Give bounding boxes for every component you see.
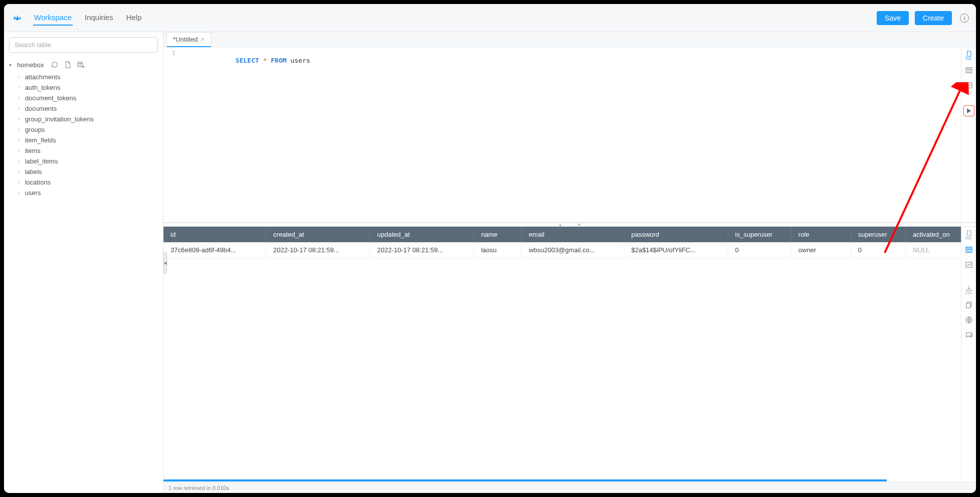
cell[interactable]: 37c6e809-ad6f-49b4... xyxy=(164,242,266,258)
caret-right-icon: › xyxy=(18,158,23,164)
caret-right-icon: › xyxy=(18,95,23,101)
column-header[interactable]: is_superuser xyxy=(728,227,791,242)
new-query-icon[interactable] xyxy=(64,61,72,69)
editor-tab[interactable]: *Untitled × xyxy=(167,32,211,47)
cell[interactable]: 0 xyxy=(851,242,905,258)
cell[interactable]: wbsu2003@gmail.co... xyxy=(522,242,624,258)
table-item[interactable]: › labels xyxy=(14,167,158,177)
table-row[interactable]: 37c6e809-ad6f-49b4...2022-10-17 08:21:59… xyxy=(164,242,976,258)
cell[interactable]: 0 xyxy=(728,242,791,258)
column-header[interactable]: id xyxy=(164,227,266,242)
info-icon[interactable]: i xyxy=(960,14,969,23)
app-logo xyxy=(11,12,23,24)
table-name: auth_tokens xyxy=(25,84,61,91)
run-query-button[interactable] xyxy=(963,105,974,116)
cell[interactable]: 2022-10-17 08:21:59... xyxy=(266,242,370,258)
table-view-icon[interactable] xyxy=(964,65,974,75)
column-header[interactable]: created_at xyxy=(266,227,370,242)
column-header[interactable]: password xyxy=(624,227,728,242)
caret-right-icon: › xyxy=(18,116,23,122)
sidebar: ▾ homebox › attachments› auth_tokens› do… xyxy=(4,32,164,493)
grid-result-icon[interactable] xyxy=(964,245,974,255)
new-table-icon[interactable] xyxy=(77,61,85,69)
table-item[interactable]: › documents xyxy=(14,103,158,114)
save-button[interactable]: Save xyxy=(877,11,909,25)
create-button[interactable]: Create xyxy=(915,11,952,25)
results-table: idcreated_atupdated_atnameemailpasswordi… xyxy=(164,227,976,258)
table-name: items xyxy=(25,147,41,154)
results-rail: SQL CSV xyxy=(961,227,976,482)
export-sql-icon[interactable]: SQL xyxy=(964,230,974,240)
table-item[interactable]: › label_items xyxy=(14,156,158,167)
comment-icon[interactable] xyxy=(964,330,974,340)
table-list: › attachments› auth_tokens› document_tok… xyxy=(14,72,158,198)
sql-view-icon[interactable]: SQL xyxy=(964,50,974,60)
table-name: item_fields xyxy=(25,136,56,144)
svg-rect-1 xyxy=(966,68,972,73)
table-name: attachments xyxy=(25,73,61,81)
cell[interactable]: owner xyxy=(791,242,851,258)
table-name: documents xyxy=(25,105,57,112)
caret-right-icon: › xyxy=(18,180,23,185)
table-name: document_tokens xyxy=(25,94,77,102)
caret-right-icon: › xyxy=(18,85,23,90)
tab-title: *Untitled xyxy=(173,36,198,43)
column-header[interactable]: superuser xyxy=(851,227,905,242)
table-name: group_invitation_tokens xyxy=(25,115,94,123)
table-item[interactable]: › auth_tokens xyxy=(14,82,158,93)
table-item[interactable]: › items xyxy=(14,145,158,156)
main-nav: Workspace Inquiries Help xyxy=(33,10,142,26)
share-icon[interactable] xyxy=(964,315,974,325)
cell[interactable]: $2a$14$iPU/ofYliFC... xyxy=(624,242,728,258)
caret-right-icon: › xyxy=(18,169,23,175)
nav-help[interactable]: Help xyxy=(125,10,142,26)
editor-rail: SQL xyxy=(961,47,976,223)
database-node[interactable]: ▾ homebox xyxy=(9,60,158,70)
table-name: groups xyxy=(25,126,45,133)
caret-down-icon: ▾ xyxy=(9,62,14,68)
database-name: homebox xyxy=(17,61,44,69)
table-name: users xyxy=(25,189,41,197)
search-input[interactable] xyxy=(9,37,158,53)
sql-editor[interactable]: 1 SELECT * FROM users xyxy=(164,47,976,223)
chart-view-icon[interactable] xyxy=(964,80,974,90)
caret-right-icon: › xyxy=(18,127,23,132)
column-header[interactable]: email xyxy=(522,227,624,242)
caret-right-icon: › xyxy=(18,148,23,153)
caret-right-icon: › xyxy=(18,106,23,111)
table-name: label_items xyxy=(25,157,58,165)
nav-workspace[interactable]: Workspace xyxy=(33,10,73,26)
svg-rect-3 xyxy=(966,247,972,253)
chart-result-icon[interactable] xyxy=(964,260,974,270)
caret-right-icon: › xyxy=(18,190,23,196)
column-header[interactable]: name xyxy=(474,227,522,242)
cell[interactable]: 2022-10-17 08:21:59... xyxy=(370,242,474,258)
table-name: labels xyxy=(25,168,42,176)
app-header: Workspace Inquiries Help Save Create i xyxy=(4,4,976,32)
copy-icon[interactable] xyxy=(964,300,974,310)
column-header[interactable]: updated_at xyxy=(370,227,474,242)
caret-right-icon: › xyxy=(18,74,23,80)
collapse-sidebar-handle[interactable]: ◀ xyxy=(163,252,167,274)
caret-right-icon: › xyxy=(18,137,23,143)
table-item[interactable]: › locations xyxy=(14,177,158,188)
refresh-icon[interactable] xyxy=(51,61,59,69)
horizontal-scrollbar[interactable] xyxy=(164,479,976,482)
pane-splitter[interactable]: ▲▼ xyxy=(164,223,976,227)
table-item[interactable]: › groups xyxy=(14,124,158,135)
table-item[interactable]: › users xyxy=(14,188,158,198)
status-text: 1 row retrieved in 0.010s xyxy=(169,485,229,491)
export-csv-icon[interactable]: CSV xyxy=(964,285,974,295)
table-item[interactable]: › document_tokens xyxy=(14,93,158,103)
table-item[interactable]: › attachments xyxy=(14,72,158,82)
cell[interactable]: laosu xyxy=(474,242,522,258)
column-header[interactable]: role xyxy=(791,227,851,242)
close-icon[interactable]: × xyxy=(201,36,205,43)
editor-tabbar: *Untitled × xyxy=(164,32,976,47)
table-item[interactable]: › group_invitation_tokens xyxy=(14,114,158,124)
svg-rect-6 xyxy=(966,303,970,308)
line-number: 1 xyxy=(164,49,181,72)
table-item[interactable]: › item_fields xyxy=(14,135,158,145)
table-name: locations xyxy=(25,179,51,186)
nav-inquiries[interactable]: Inquiries xyxy=(84,10,114,26)
